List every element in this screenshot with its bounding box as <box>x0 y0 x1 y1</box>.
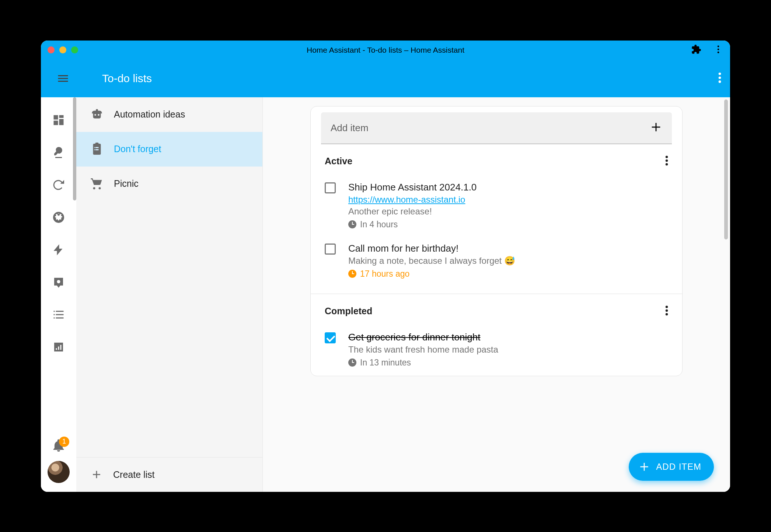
clock-icon <box>348 220 356 228</box>
list-item-dont-forget[interactable]: Don't forget <box>76 132 262 167</box>
svg-point-0 <box>718 45 719 47</box>
minimize-window-button[interactable] <box>59 46 66 53</box>
nav-history[interactable] <box>41 331 76 363</box>
todo-description: The kids want fresh home made pasta <box>348 344 498 355</box>
svg-point-8 <box>666 159 668 162</box>
plus-icon <box>90 468 103 481</box>
list-item-automation-ideas[interactable]: Automation ideas <box>76 97 262 132</box>
section-title: Completed <box>325 306 372 316</box>
nav-energy[interactable] <box>41 234 76 266</box>
todo-description: Another epic release! <box>348 206 477 217</box>
app-window: Home Assistant - To-do lists – Home Assi… <box>41 41 730 492</box>
todo-title: Call mom for her birthday! <box>348 243 515 254</box>
svg-point-2 <box>718 51 719 53</box>
add-item-placeholder: Add item <box>331 122 369 134</box>
todo-checkbox[interactable] <box>325 182 336 193</box>
appbar-overflow-menu[interactable] <box>718 72 721 85</box>
nav-map[interactable] <box>41 266 76 298</box>
list-item-label: Picnic <box>114 178 139 189</box>
browser-menu-icon[interactable] <box>713 44 723 56</box>
add-item-fab[interactable]: ADD ITEM <box>629 453 714 481</box>
svg-point-6 <box>57 280 60 283</box>
todo-due: In 13 minutes <box>348 358 498 368</box>
svg-point-1 <box>718 48 719 50</box>
clock-icon <box>348 358 356 367</box>
todo-title: Ship Home Assistant 2024.1.0 <box>348 182 477 193</box>
nav-todo[interactable] <box>41 298 76 331</box>
close-window-button[interactable] <box>48 46 55 53</box>
main-content: Add item Active Ship <box>263 97 730 492</box>
appbar: To-do lists <box>41 60 730 97</box>
todo-checkbox[interactable] <box>325 244 336 255</box>
svg-point-12 <box>666 313 668 315</box>
todo-title: Get groceries for dinner tonight <box>348 332 498 343</box>
window-title: Home Assistant - To-do lists – Home Assi… <box>307 46 464 55</box>
todo-checkbox[interactable] <box>325 332 336 343</box>
svg-point-5 <box>719 80 721 83</box>
traffic-lights <box>48 46 78 53</box>
notifications-button[interactable]: 1 <box>52 439 66 454</box>
create-list-label: Create list <box>113 469 155 480</box>
section-title: Active <box>325 156 352 167</box>
svg-point-11 <box>666 309 668 312</box>
maximize-window-button[interactable] <box>71 46 78 53</box>
fab-label: ADD ITEM <box>656 462 701 472</box>
todo-due: In 4 hours <box>348 220 477 230</box>
lists-panel: Automation ideas Don't forget Picnic Cre… <box>76 97 263 492</box>
notification-badge: 1 <box>59 437 69 447</box>
main-scrollbar[interactable] <box>724 99 728 239</box>
svg-point-7 <box>666 155 668 158</box>
user-avatar[interactable] <box>48 461 70 483</box>
list-item-label: Don't forget <box>114 144 161 154</box>
add-item-input[interactable]: Add item <box>321 112 672 144</box>
section-header-active: Active <box>311 144 682 176</box>
section-header-completed: Completed <box>311 294 682 326</box>
todo-description: Making a note, because I always forget 😅 <box>348 256 515 266</box>
svg-point-4 <box>719 76 721 79</box>
section-completed-menu[interactable] <box>665 305 668 318</box>
cart-icon <box>90 177 104 190</box>
plus-icon <box>638 461 650 473</box>
nav-scrollbar[interactable] <box>73 97 76 200</box>
todo-link[interactable]: https://www.home-assistant.io <box>348 195 477 205</box>
todo-item[interactable]: Get groceries for dinner tonight The kid… <box>311 326 682 376</box>
clock-icon <box>348 270 356 278</box>
list-item-picnic[interactable]: Picnic <box>76 167 262 201</box>
menu-button[interactable] <box>48 72 78 85</box>
titlebar: Home Assistant - To-do lists – Home Assi… <box>41 41 730 60</box>
todo-item[interactable]: Ship Home Assistant 2024.1.0 https://www… <box>311 176 682 238</box>
create-list-button[interactable]: Create list <box>76 457 262 492</box>
todo-card: Add item Active Ship <box>310 106 683 376</box>
nav-rail: 1 <box>41 97 76 492</box>
todo-item[interactable]: Call mom for her birthday! Making a note… <box>311 238 682 287</box>
todo-due: 17 hours ago <box>348 269 515 279</box>
svg-point-10 <box>666 305 668 308</box>
clipboard-list-icon <box>90 143 104 156</box>
nav-automations[interactable] <box>41 169 76 201</box>
page-title: To-do lists <box>102 72 152 85</box>
section-active-menu[interactable] <box>665 155 668 168</box>
add-item-plus-icon[interactable] <box>650 121 662 135</box>
svg-point-9 <box>666 163 668 165</box>
robot-icon <box>90 108 104 121</box>
nav-dashboard[interactable] <box>41 104 76 136</box>
nav-settings[interactable] <box>41 201 76 234</box>
svg-point-3 <box>719 73 721 75</box>
nav-devtools[interactable] <box>41 136 76 169</box>
extensions-icon[interactable] <box>691 44 701 56</box>
list-item-label: Automation ideas <box>114 109 185 120</box>
